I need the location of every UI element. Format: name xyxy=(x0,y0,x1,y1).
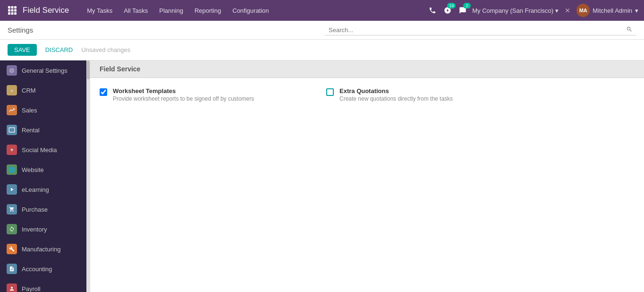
company-chevron-icon: ▾ xyxy=(555,7,559,14)
svg-rect-3 xyxy=(8,9,10,12)
sidebar-item-elearning[interactable]: eLearning xyxy=(0,180,86,199)
sidebar: ⚙ General Settings ● CRM Sales Rental ♥ … xyxy=(0,60,86,292)
sidebar-label-website: Website xyxy=(22,166,44,173)
setting-worksheet-templates: Worksheet Templates Provide worksheet re… xyxy=(100,87,317,102)
svg-rect-5 xyxy=(14,9,17,12)
sidebar-label-sales: Sales xyxy=(22,107,37,114)
manufacturing-icon xyxy=(7,244,17,254)
extra-quotations-checkbox[interactable] xyxy=(326,88,334,96)
activity-badge: 19 xyxy=(447,3,456,9)
general-settings-icon: ⚙ xyxy=(7,65,17,76)
sidebar-label-manufacturing: Manufacturing xyxy=(22,246,60,253)
sidebar-item-payroll[interactable]: Payroll xyxy=(0,279,86,292)
worksheet-templates-checkbox[interactable] xyxy=(100,88,107,96)
sidebar-item-purchase[interactable]: Purchase xyxy=(0,199,86,219)
sidebar-item-rental[interactable]: Rental xyxy=(0,120,86,140)
accounting-icon xyxy=(7,264,17,274)
svg-rect-6 xyxy=(8,12,10,15)
topbar: Field Service My Tasks All Tasks Plannin… xyxy=(0,0,644,21)
worksheet-templates-desc: Provide worksheet reports to be signed o… xyxy=(113,95,254,102)
sidebar-label-payroll: Payroll xyxy=(22,285,41,292)
sidebar-label-general: General Settings xyxy=(22,67,68,74)
content-area: Field Service Worksheet Templates Provid… xyxy=(90,60,644,292)
nav-my-tasks[interactable]: My Tasks xyxy=(82,4,117,17)
svg-rect-0 xyxy=(8,6,10,9)
messages-icon[interactable]: 2 xyxy=(457,5,468,16)
sales-icon xyxy=(7,105,17,115)
save-button[interactable]: SAVE xyxy=(8,44,37,56)
sidebar-label-accounting: Accounting xyxy=(22,266,52,273)
crm-icon: ● xyxy=(7,85,17,95)
phone-icon[interactable] xyxy=(427,5,438,16)
elearning-icon xyxy=(7,184,17,195)
sidebar-scrollbar[interactable] xyxy=(86,60,90,292)
svg-rect-7 xyxy=(11,12,14,15)
sidebar-label-social: Social Media xyxy=(22,146,57,154)
worksheet-templates-title: Worksheet Templates xyxy=(113,87,254,94)
sidebar-item-general-settings[interactable]: ⚙ General Settings xyxy=(0,60,86,80)
user-menu[interactable]: MA Mitchell Admin ▾ xyxy=(576,4,638,17)
activity-icon[interactable]: 19 xyxy=(442,5,453,16)
apps-grid-icon[interactable] xyxy=(6,4,19,17)
company-name: My Company (San Francisco) xyxy=(472,7,553,14)
sidebar-label-inventory: Inventory xyxy=(22,226,47,233)
section-header: Field Service xyxy=(90,60,644,78)
avatar: MA xyxy=(576,4,590,17)
payroll-icon xyxy=(7,283,17,292)
svg-rect-4 xyxy=(11,9,14,12)
purchase-icon xyxy=(7,204,17,215)
inventory-icon xyxy=(7,224,17,234)
sidebar-item-manufacturing[interactable]: Manufacturing xyxy=(0,239,86,259)
messages-badge: 2 xyxy=(463,3,471,9)
action-bar: SAVE DISCARD Unsaved changes xyxy=(0,40,644,60)
sidebar-label-purchase: Purchase xyxy=(22,206,48,213)
search-icon[interactable] xyxy=(626,26,633,34)
nav-planning[interactable]: Planning xyxy=(154,4,188,17)
sidebar-label-rental: Rental xyxy=(22,127,40,134)
company-selector[interactable]: My Company (San Francisco) ▾ xyxy=(472,7,559,14)
search-bar xyxy=(325,25,636,35)
sidebar-item-social-media[interactable]: ♥ Social Media xyxy=(0,140,86,160)
scrollbar-thumb[interactable] xyxy=(87,60,90,79)
sidebar-item-crm[interactable]: ● CRM xyxy=(0,80,86,100)
sidebar-item-accounting[interactable]: Accounting xyxy=(0,259,86,279)
svg-rect-1 xyxy=(11,6,14,9)
svg-rect-2 xyxy=(14,6,17,9)
extra-quotations-desc: Create new quotations directly from the … xyxy=(339,95,453,102)
settings-toolbar: Settings xyxy=(0,21,644,40)
setting-extra-quotations: Extra Quotations Create new quotations d… xyxy=(326,87,543,102)
nav-all-tasks[interactable]: All Tasks xyxy=(119,4,153,17)
unsaved-changes-label: Unsaved changes xyxy=(81,46,130,53)
sidebar-label-crm: CRM xyxy=(22,87,36,94)
user-chevron-icon: ▾ xyxy=(635,7,638,14)
sidebar-label-elearning: eLearning xyxy=(22,186,49,193)
close-icon[interactable] xyxy=(562,5,573,16)
website-icon: 🌐 xyxy=(7,164,17,175)
search-input[interactable] xyxy=(329,26,626,34)
sidebar-item-website[interactable]: 🌐 Website xyxy=(0,160,86,180)
discard-button[interactable]: DISCARD xyxy=(41,44,78,56)
topbar-nav: My Tasks All Tasks Planning Reporting Co… xyxy=(82,4,423,17)
app-title: Field Service xyxy=(23,6,69,15)
nav-configuration[interactable]: Configuration xyxy=(228,4,273,17)
sidebar-item-sales[interactable]: Sales xyxy=(0,100,86,120)
extra-quotations-text: Extra Quotations Create new quotations d… xyxy=(339,87,453,102)
sidebar-item-inventory[interactable]: Inventory xyxy=(0,219,86,239)
rental-icon xyxy=(7,125,17,135)
topbar-right: 19 2 My Company (San Francisco) ▾ MA Mit… xyxy=(427,4,638,17)
worksheet-templates-text: Worksheet Templates Provide worksheet re… xyxy=(113,87,254,102)
nav-reporting[interactable]: Reporting xyxy=(190,4,226,17)
settings-grid: Worksheet Templates Provide worksheet re… xyxy=(90,78,644,112)
svg-rect-8 xyxy=(14,12,17,15)
main-layout: ⚙ General Settings ● CRM Sales Rental ♥ … xyxy=(0,60,644,292)
extra-quotations-title: Extra Quotations xyxy=(339,87,453,94)
username: Mitchell Admin xyxy=(593,7,632,14)
settings-page-title: Settings xyxy=(8,26,33,34)
social-media-icon: ♥ xyxy=(7,145,17,155)
